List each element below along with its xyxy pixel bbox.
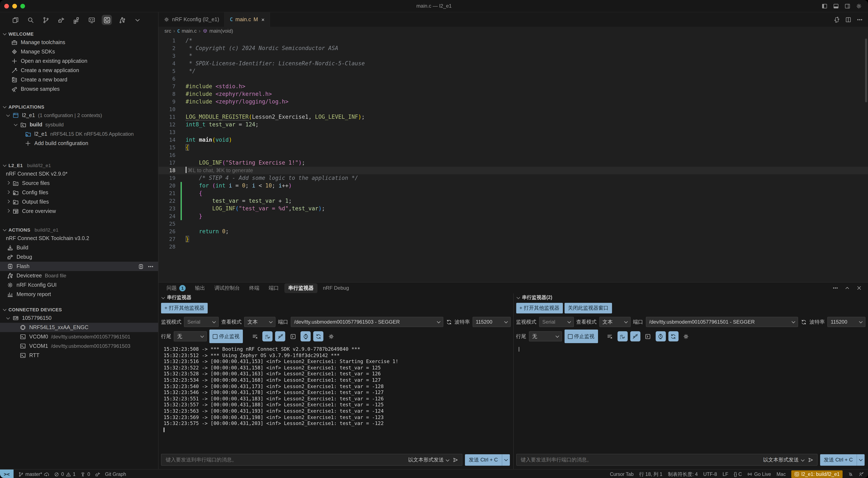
panel-close-icon[interactable] [856, 285, 862, 291]
action-devicetree[interactable]: DevicetreeBoard file [0, 271, 158, 280]
panel-tab-2[interactable]: 调试控制台 [211, 283, 244, 293]
code-editor[interactable]: 1/*2 * Copyright (c) 2024 Nordic Semicon… [158, 35, 868, 282]
remote-indicator[interactable]: >< [0, 470, 13, 478]
eol-select[interactable]: 无 [174, 331, 207, 341]
activity-files[interactable] [10, 15, 20, 25]
clock-button[interactable] [301, 331, 311, 341]
watch-mode-select[interactable]: Serial [539, 317, 574, 327]
action-flash[interactable]: Flash [0, 262, 158, 271]
status-right-5[interactable]: {} C [734, 472, 742, 477]
activity-source-control[interactable] [41, 15, 51, 25]
clock-button[interactable] [655, 331, 665, 341]
code-line[interactable]: 19 /* STEP 4 - Add some logic to the app… [158, 174, 868, 182]
refresh-ports-icon[interactable] [801, 319, 807, 325]
active-build-badge[interactable]: l2_e1: build/l2_e1 [791, 470, 843, 478]
status-right-2[interactable]: 制表符长度: 4 [668, 471, 698, 477]
panel-more-icon[interactable] [832, 285, 838, 291]
port-select[interactable]: /dev/tty.usbmodem0010577961503 - SEGGER [291, 317, 443, 327]
status-right-4[interactable]: LF [723, 472, 728, 477]
code-line[interactable]: 20 for (int i = 0; i < 10; i++) [158, 182, 868, 189]
code-line[interactable]: 10 [158, 106, 868, 113]
view-mode-select[interactable]: 文本 [244, 317, 276, 327]
status-right-0[interactable]: Cursor Tab [610, 472, 633, 477]
status-left-0[interactable]: master* [18, 471, 50, 477]
code-line[interactable]: 15{ [158, 144, 868, 151]
welcome-item-create-a-new-application[interactable]: Create a new application [0, 66, 158, 75]
welcome-item-browse-samples[interactable]: Browse samples [0, 84, 158, 94]
code-line[interactable]: 8#include <zephyr/kernel.h> [158, 90, 868, 98]
activity-devicetree[interactable] [117, 15, 127, 25]
status-left-4[interactable]: Git Graph [105, 472, 126, 477]
code-line[interactable]: 13 [158, 128, 868, 136]
plug-button[interactable] [275, 331, 285, 341]
stop-monitor-button[interactable]: 停止监视 [564, 330, 598, 343]
tab-nrf-kconfig-l2-e1-[interactable]: nRF Kconfig (l2_e1) [158, 12, 225, 27]
serial-message-input[interactable] [520, 456, 760, 463]
minimize-window-button[interactable] [12, 4, 17, 8]
more-actions-icon[interactable] [857, 16, 863, 23]
code-line[interactable]: 11LOG_MODULE_REGISTER(Lesson2_Exercise1,… [158, 113, 868, 121]
refresh-ports-icon[interactable] [446, 319, 452, 325]
section-header-devices[interactable]: CONNECTED DEVICES [0, 306, 158, 313]
monitor-button-0[interactable]: + 打开其他监视器 [516, 303, 563, 313]
panel-tab-6[interactable]: nRF Debug [319, 283, 353, 293]
wrap-button[interactable]: abc [617, 331, 627, 341]
serial-input-box[interactable]: 以文本形式发送 [161, 454, 462, 466]
send-mode-select[interactable]: 以文本形式发送 [763, 456, 804, 464]
code-line[interactable]: 27} [158, 235, 868, 243]
code-line[interactable]: 7#include <stdio.h> [158, 83, 868, 90]
status-right-6[interactable]: Go Live [747, 472, 771, 477]
send-icon[interactable] [452, 456, 459, 463]
monitor-title[interactable]: 串行监视器 [158, 294, 513, 302]
action-nrf-kconfig-gui[interactable]: nRF Kconfig GUI [0, 280, 158, 290]
status-right-10[interactable] [859, 472, 864, 477]
app-build[interactable]: buildsysbuild [0, 120, 158, 129]
send-button[interactable]: 发送 Ctrl + C [820, 454, 865, 466]
activity-chevron-down[interactable] [132, 15, 143, 25]
stop-monitor-button[interactable]: 停止监视 [209, 330, 243, 343]
code-line[interactable]: 2 * Copyright (c) 2024 Nordic Semiconduc… [158, 44, 868, 52]
gear-icon[interactable] [856, 3, 862, 9]
breadcrumb-item[interactable]: src [164, 28, 171, 34]
panel-tab-3[interactable]: 终端 [245, 283, 263, 293]
split-editor-icon[interactable] [845, 16, 851, 23]
welcome-item-create-a-new-board[interactable]: Create a new board [0, 75, 158, 84]
app-build-config[interactable]: l2_e1nRF54L15 DK nRF54L05 Application [0, 129, 158, 139]
activity-remote-explorer[interactable] [87, 15, 97, 25]
code-line[interactable]: 25 [158, 220, 868, 228]
code-line[interactable]: 17 LOG_INF("Starting Exercise 1!"); [158, 159, 868, 167]
l2e1-item-core-overview[interactable]: Core overview [0, 207, 158, 216]
breadcrumb-item[interactable]: main(void) [203, 28, 233, 34]
maximize-window-button[interactable] [20, 4, 25, 8]
status-left-3[interactable] [95, 471, 100, 477]
tab-main-c[interactable]: C main.c M × [225, 12, 270, 27]
action-build[interactable]: Build [0, 243, 158, 252]
eol-select[interactable]: 无 [529, 331, 562, 341]
add-build-configuration[interactable]: Add build configuration [0, 139, 158, 148]
monitor-button-0[interactable]: + 打开其他监视器 [161, 303, 208, 313]
terminal-out-button[interactable] [643, 331, 653, 341]
code-line[interactable]: 9#include <zephyr/logging/log.h> [158, 98, 868, 106]
device-vcom0[interactable]: VCOM0/dev/tty.usbmodem0010577961501 [0, 332, 158, 341]
code-line[interactable]: 12int8_t test_var = 124; [158, 121, 868, 128]
app-root[interactable]: l2_e1(1 configuration | 2 contexts) [0, 111, 158, 120]
code-line[interactable]: 4 * SPDX-License-Identifier: LicenseRef-… [158, 60, 868, 67]
terminal-out-button[interactable] [288, 331, 298, 341]
monitor-title[interactable]: 串行监视器(2) [514, 294, 868, 302]
l2e1-item-config-files[interactable]: Config files [0, 188, 158, 197]
panel-tab-4[interactable]: 端口 [265, 283, 283, 293]
section-header-l2e1[interactable]: L2_E1build/l2_e1 [0, 161, 158, 169]
welcome-item-open-an-existing-application[interactable]: Open an existing application [0, 56, 158, 66]
activity-nrf-connect[interactable] [102, 15, 112, 25]
action-debug[interactable]: Debug [0, 252, 158, 262]
section-header-actions[interactable]: ACTIONSbuild/l2_e1 [0, 226, 158, 234]
action-memory-report[interactable]: Memory report [0, 290, 158, 299]
breadcrumb[interactable]: src›Cmain.c›main(void) [158, 27, 868, 35]
code-line[interactable]: 22 test_var = test_var + 1; [158, 197, 868, 205]
code-line[interactable]: 26 return 0; [158, 228, 868, 235]
close-icon[interactable]: × [261, 16, 265, 23]
send-mode-select[interactable]: 以文本形式发送 [408, 456, 449, 464]
serial-log[interactable]: 15:32:23:508 -> *** Booting nRF Connect … [158, 345, 513, 451]
l2e1-item-output-files[interactable]: Output files [0, 197, 158, 207]
panel-tab-5[interactable]: 串行监视器 [284, 283, 317, 293]
